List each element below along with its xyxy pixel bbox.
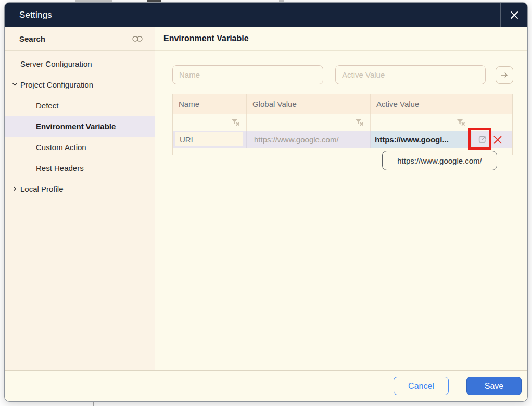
name-value-field[interactable]: URL	[175, 132, 243, 146]
settings-sidebar: Search Server Configuration Project Co	[5, 27, 155, 370]
search-label: Search	[19, 34, 132, 43]
sidebar-item-label: Local Profile	[20, 184, 64, 193]
column-header-actions	[472, 94, 512, 114]
sidebar-item-label: Rest Headers	[36, 164, 84, 173]
filter-cell-active-value	[371, 114, 472, 131]
active-value-tooltip: https://www.google.com/	[382, 151, 497, 170]
active-value-input[interactable]	[335, 65, 486, 84]
background-artifact	[75, 0, 112, 2]
cell-active-value[interactable]: https://www.googl...	[371, 131, 472, 148]
main-content: Name Global Value Active Value	[155, 51, 527, 370]
sidebar-item-environment-variable[interactable]: Environment Variable	[5, 116, 155, 137]
global-value-text: https://www.google.com/	[247, 135, 339, 144]
cancel-button[interactable]: Cancel	[394, 377, 449, 395]
save-button[interactable]: Save	[466, 377, 522, 395]
environment-variable-table: Name Global Value Active Value	[172, 94, 513, 155]
sidebar-item-label: Server Configuration	[20, 59, 92, 68]
sidebar-item-defect[interactable]: Defect	[5, 95, 155, 116]
open-share-icon	[477, 134, 488, 145]
background-artifact	[279, 0, 284, 2]
page-title: Environment Variable	[163, 34, 249, 43]
dialog-body: Search Server Configuration Project Co	[5, 27, 527, 370]
table-filter-row	[173, 114, 512, 131]
open-share-button[interactable]	[476, 133, 489, 146]
delete-row-button[interactable]	[491, 133, 504, 146]
filter-cell-name	[173, 114, 247, 131]
arrow-right-icon	[500, 70, 509, 80]
column-header-active-value: Active Value	[371, 94, 472, 114]
name-input[interactable]	[172, 65, 323, 84]
sidebar-item-custom-action[interactable]: Custom Action	[5, 137, 155, 157]
dialog-footer: Cancel Save	[5, 370, 527, 401]
background-artifact	[93, 401, 94, 406]
cell-actions	[472, 131, 512, 148]
dialog-titlebar: Settings	[5, 3, 527, 27]
cell-name: URL	[173, 131, 247, 148]
filter-clear-icon[interactable]	[231, 119, 240, 126]
table-row: URL https://www.google.com/ https://www.…	[173, 131, 512, 148]
sidebar-item-rest-headers[interactable]: Rest Headers	[5, 157, 155, 178]
filter-clear-icon[interactable]	[457, 119, 465, 126]
sidebar-item-label: Environment Variable	[36, 122, 116, 131]
tooltip-text: https://www.google.com/	[397, 156, 482, 165]
table-header-row: Name Global Value Active Value	[173, 94, 512, 114]
sidebar-item-label: Project Configuration	[20, 80, 93, 89]
close-button[interactable]	[500, 3, 527, 27]
main-panel: Environment Variable	[155, 27, 527, 370]
cell-global-value: https://www.google.com/	[247, 131, 371, 148]
sidebar-item-project-configuration[interactable]: Project Configuration	[5, 74, 155, 95]
main-header: Environment Variable	[155, 27, 527, 51]
add-variable-button[interactable]	[496, 66, 513, 84]
column-header-global-value: Global Value	[247, 94, 371, 114]
dialog-title: Settings	[5, 10, 500, 20]
sidebar-item-label: Custom Action	[36, 143, 86, 152]
chevron-right-icon	[12, 186, 18, 192]
chevron-down-icon	[12, 82, 18, 88]
sidebar-nav: Server Configuration Project Configurati…	[5, 51, 155, 199]
sidebar-item-local-profile[interactable]: Local Profile	[5, 178, 155, 199]
sidebar-search[interactable]: Search	[5, 27, 155, 51]
settings-dialog: Settings Search Server Configuratio	[4, 2, 528, 402]
binoculars-icon	[132, 35, 143, 43]
column-header-name: Name	[173, 94, 247, 114]
filter-clear-icon[interactable]	[355, 119, 364, 126]
delete-x-icon	[492, 134, 503, 145]
filter-cell-global-value	[247, 114, 371, 131]
close-icon	[509, 9, 520, 21]
add-variable-form	[172, 65, 527, 84]
active-value-text: https://www.googl...	[371, 135, 453, 144]
sidebar-item-server-configuration[interactable]: Server Configuration	[5, 53, 155, 74]
filter-cell-actions	[472, 114, 512, 131]
sidebar-item-label: Defect	[36, 101, 58, 110]
